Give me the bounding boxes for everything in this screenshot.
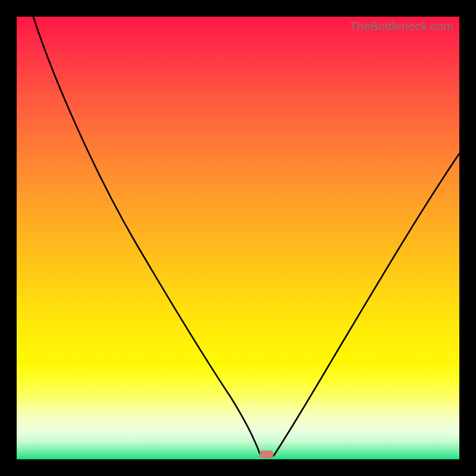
bottleneck-curve: [17, 17, 459, 459]
curve-path: [33, 17, 459, 456]
chart-plot-area: TheBottleneck.com: [17, 17, 459, 459]
optimal-marker: [259, 450, 274, 458]
